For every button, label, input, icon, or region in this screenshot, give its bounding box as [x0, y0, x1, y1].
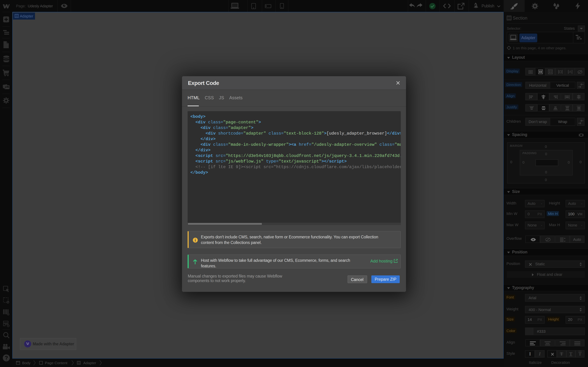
- svg-text:A: A: [569, 70, 571, 74]
